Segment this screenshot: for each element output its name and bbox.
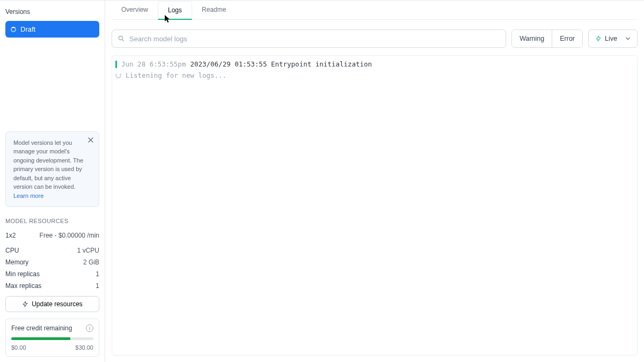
live-label: Live [605, 35, 617, 42]
chevron-down-icon [625, 36, 631, 41]
bolt-icon [595, 35, 602, 42]
learn-more-link[interactable]: Learn more [13, 193, 43, 199]
info-icon[interactable]: i [86, 324, 93, 332]
credit-progress-fill [11, 337, 70, 340]
search-input[interactable] [112, 30, 506, 47]
credit-max: $30.00 [75, 344, 93, 351]
filter-warning-button[interactable]: Warning [512, 30, 552, 47]
model-resources-label: MODEL RESOURCES [5, 218, 99, 224]
bolt-icon [22, 301, 28, 307]
svg-point-0 [119, 36, 122, 40]
min-replicas-value: 1 [96, 270, 99, 278]
listening-text: Listening for new logs... [126, 71, 226, 79]
tab-bar: Overview Logs Readme [112, 1, 638, 20]
tab-overview[interactable]: Overview [112, 1, 158, 19]
update-resources-button[interactable]: Update resources [5, 296, 99, 312]
version-draft-item[interactable]: Draft [5, 21, 99, 38]
credit-progress-bar [11, 337, 93, 340]
log-entry: Jun 28 6:53:55pm 2023/06/29 01:53:55 Ent… [112, 59, 637, 69]
tab-readme[interactable]: Readme [192, 1, 236, 19]
filter-error-button[interactable]: Error [552, 30, 582, 47]
info-card-text: Model versions let you manage your model… [13, 139, 83, 190]
update-resources-label: Update resources [32, 300, 83, 308]
search-wrapper [112, 29, 506, 48]
close-icon[interactable] [86, 135, 96, 145]
loading-spinner-icon [115, 72, 121, 78]
free-credit-label: Free credit remaining [11, 324, 72, 332]
svg-line-1 [122, 40, 124, 41]
log-message: 2023/06/29 01:53:55 Entrypoint initializ… [190, 60, 372, 68]
log-output: Jun 28 6:53:55pm 2023/06/29 01:53:55 Ent… [112, 55, 638, 356]
sidebar: Versions Draft Model versions let you ma… [0, 1, 105, 362]
max-replicas-label: Max replicas [5, 282, 41, 290]
main-panel: Overview Logs Readme Warning Error Live [105, 1, 644, 362]
memory-label: Memory [5, 258, 28, 266]
cpu-label: CPU [5, 247, 19, 254]
loading-spinner-icon [11, 27, 16, 32]
live-dropdown[interactable]: Live [588, 29, 638, 48]
log-level-filter: Warning Error [511, 29, 583, 48]
resource-tier: 1x2 [5, 232, 16, 239]
max-replicas-value: 1 [96, 282, 99, 290]
resource-tier-price: Free - $0.00000 /min [40, 232, 99, 239]
search-icon [118, 35, 125, 42]
log-controls: Warning Error Live [112, 29, 638, 48]
cpu-value: 1 vCPU [77, 247, 99, 254]
version-label: Draft [20, 25, 35, 33]
versions-info-card: Model versions let you manage your model… [5, 131, 99, 208]
log-local-timestamp: Jun 28 6:53:55pm [121, 60, 186, 68]
sidebar-title: Versions [5, 8, 99, 16]
free-credit-card: Free credit remaining i $0.00 $30.00 [5, 319, 99, 357]
memory-value: 2 GiB [83, 258, 99, 266]
tab-logs[interactable]: Logs [158, 1, 192, 20]
log-listening-line: Listening for new logs... [112, 69, 637, 82]
log-level-indicator [115, 61, 117, 68]
min-replicas-label: Min replicas [5, 270, 40, 278]
credit-min: $0.00 [11, 344, 26, 351]
